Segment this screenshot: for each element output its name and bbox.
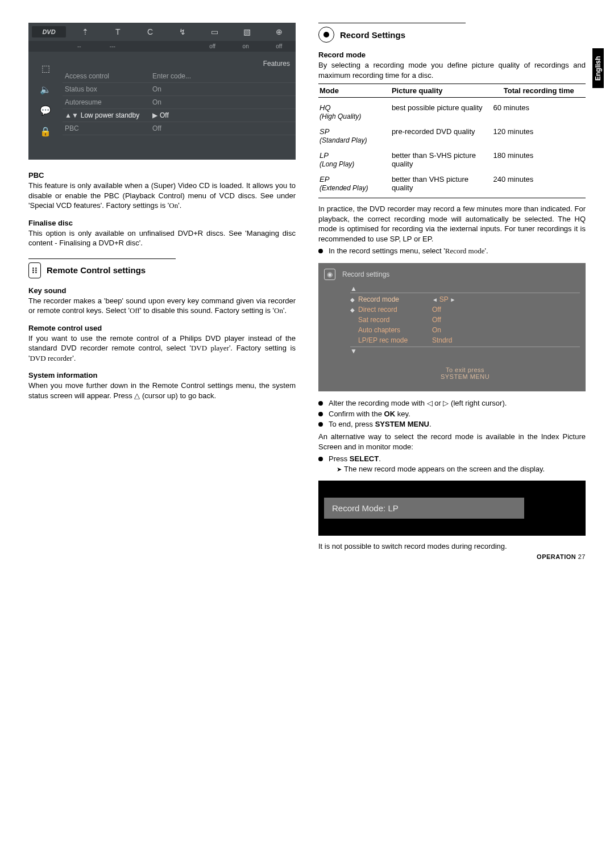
language-icon: 💬 (40, 105, 51, 116)
pbc-heading: PBC (28, 171, 296, 180)
osd-icon: ⊕ (268, 27, 290, 36)
rs-row: ◆Direct record Off (350, 304, 580, 315)
remote-control-title: ⁝⁝ Remote Control settings (28, 262, 296, 278)
practice-text: In practice, the DVD recorder may record… (318, 204, 586, 244)
osd-menu-row: AutoresumeOn (63, 96, 296, 109)
osd-val: -- (63, 43, 96, 49)
record-settings-osd: ◉ Record settings ▲ ◆Record mode SP ◆Dir… (318, 263, 586, 391)
rs-exit-text: To exit pressSYSTEM MENU (350, 366, 580, 380)
osd-icon: ▭ (204, 27, 226, 36)
page-footer: OPERATION 27 (318, 553, 586, 560)
record-mode-text: By selecting a recording mode you define… (318, 60, 586, 80)
record-mode-value: Record Mode: LP (324, 498, 524, 519)
record-mode-heading: Record mode (318, 51, 586, 59)
record-mode-table: Mode Picture quality Total recording tim… (318, 84, 586, 198)
rs-row: Auto chapters On (350, 325, 580, 335)
osd-icon: T (107, 27, 128, 36)
osd-menu-row: Status boxOn (63, 83, 296, 96)
table-row: LP(Long Play) better than S-VHS picture … (318, 145, 586, 169)
keysound-text: The recorder makes a 'beep' sound upon e… (28, 296, 296, 316)
bullet: In the record settings menu, select 'Rec… (318, 246, 586, 256)
language-tab: English (592, 48, 604, 88)
osd-val: on (229, 43, 263, 49)
sound-icon: 🔈 (40, 84, 51, 95)
bullet: Alter the recording mode with ◁ or ▷ (le… (318, 398, 586, 408)
osd-val: off (196, 43, 229, 49)
osd-icon: ↯ (172, 27, 193, 36)
sub-bullet: The new record mode appears on the scree… (329, 464, 586, 474)
bullet: Press SELECT. The new record mode appear… (318, 454, 586, 474)
section-rule (318, 23, 466, 23)
rs-osd-title: Record settings (342, 270, 389, 278)
osd-icon: C (139, 27, 161, 36)
left-column: DVD ⇡ T C ↯ ▭ ▧ ⊕ -- --- off on (28, 23, 296, 560)
rcu-text: If you want to use the remote control of… (28, 333, 296, 364)
osd-dvd-badge: DVD (32, 26, 66, 37)
finalise-text: This option is only available on unfinal… (28, 228, 296, 248)
osd-menu-row-highlight: ▲▼Low power standby▶Off (63, 109, 296, 122)
osd-menu-row: Access controlEnter code... (63, 70, 296, 83)
osd-icon: ▧ (237, 27, 258, 36)
rs-row: ◆Record mode SP (350, 294, 580, 304)
record-icon (318, 27, 334, 43)
osd-screenshot: DVD ⇡ T C ↯ ▭ ▧ ⊕ -- --- off on (28, 23, 296, 160)
record-icon: ◉ (324, 269, 335, 280)
table-row: SP(Standard Play) pre-recorded DVD quali… (318, 122, 586, 145)
osd-val: --- (96, 43, 130, 49)
keysound-heading: Key sound (28, 286, 296, 295)
record-mode-display: Record Mode: LP (318, 481, 586, 536)
osd-val: off (262, 43, 296, 49)
picture-icon: ⬚ (42, 63, 50, 74)
th-time: Total recording time (492, 84, 586, 98)
pbc-text: This feature is only available when a (S… (28, 181, 296, 211)
sysinfo-text: When you move further down in the Remote… (28, 381, 296, 400)
rs-row: LP/EP rec mode Stndrd (350, 335, 580, 345)
rcu-heading: Remote control used (28, 324, 296, 332)
down-arrow-icon: ▼ (350, 347, 580, 355)
table-row: HQ(High Quality) best possible picture q… (318, 98, 586, 122)
section-rule (28, 258, 176, 259)
not-possible-text: It is not possible to switch record mode… (318, 541, 586, 552)
th-pq: Picture quality (391, 84, 492, 98)
remote-icon: ⁝⁝ (28, 262, 41, 278)
osd-features-label: Features (63, 57, 296, 70)
th-mode: Mode (318, 84, 391, 98)
rs-row: Sat record Off (350, 315, 580, 325)
osd-menu-row: PBCOff (63, 122, 296, 135)
record-settings-title: Record Settings (318, 27, 586, 43)
right-column: Record Settings Record mode By selecting… (318, 23, 586, 560)
osd-icon: ⇡ (74, 27, 96, 36)
finalise-heading: Finalise disc (28, 219, 296, 227)
alt-text: An alternative way to select the record … (318, 432, 586, 452)
bullet: Confirm with the OK key. (318, 409, 586, 419)
bullet: To end, press SYSTEM MENU. (318, 419, 586, 429)
sysinfo-heading: System information (28, 371, 296, 379)
lock-icon: 🔒 (40, 126, 51, 137)
table-row: EP(Extended Play) better than VHS pictur… (318, 169, 586, 198)
up-arrow-icon: ▲ (350, 285, 580, 293)
